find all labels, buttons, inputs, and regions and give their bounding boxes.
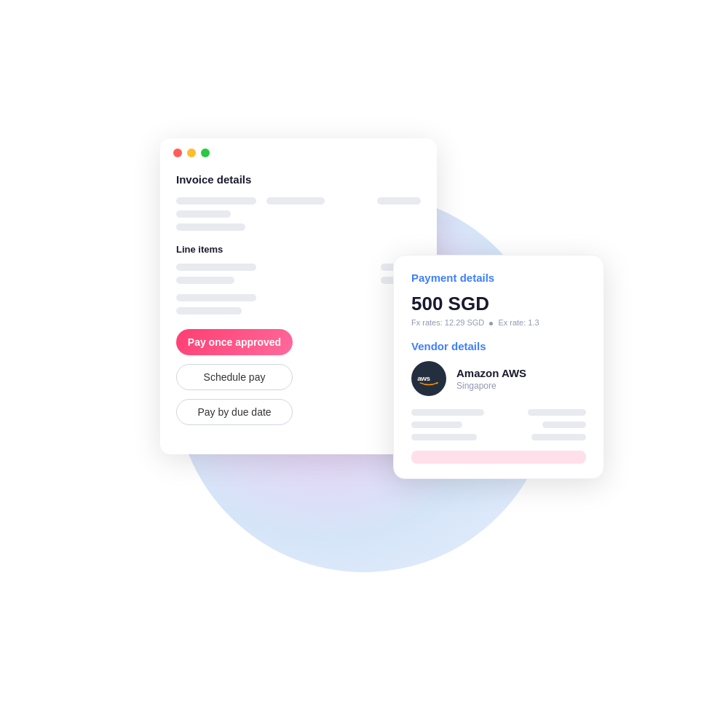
card-skeleton-block: [531, 434, 586, 440]
skeleton-row-6-container: [176, 294, 421, 314]
vendor-name: Amazon AWS: [456, 367, 526, 379]
skeleton-block: [176, 264, 256, 271]
vendor-logo: aws: [411, 361, 446, 396]
card-skeleton-row-2: [411, 422, 586, 428]
action-buttons: Pay once approved Schedule pay Pay by du…: [176, 329, 421, 425]
card-skeleton-block: [542, 422, 586, 428]
skeleton-row-1: [176, 197, 421, 205]
skeleton-row-2: [176, 210, 421, 218]
invoice-title: Invoice details: [176, 173, 421, 186]
dot-green: [201, 149, 210, 157]
card-skeleton-row-3: [411, 434, 586, 440]
vendor-row: aws Amazon AWS Singapore: [411, 361, 586, 396]
line-items-label: Line items: [176, 244, 421, 255]
pay-once-approved-button[interactable]: Pay once approved: [176, 329, 293, 355]
card-footer-bar: [411, 451, 586, 464]
skeleton-block: [377, 197, 421, 205]
card-skeleton-block: [411, 422, 462, 428]
skeleton-row-6: [176, 294, 421, 301]
vendor-info: Amazon AWS Singapore: [456, 367, 526, 391]
fx-rates-text: Fx rates: 12.29 SGD: [411, 318, 484, 327]
schedule-pay-button[interactable]: Schedule pay: [176, 364, 293, 390]
fx-dot: [489, 322, 493, 325]
skeleton-block: [266, 197, 325, 205]
card-skeleton-row-1: [411, 409, 586, 416]
dot-red: [173, 149, 182, 157]
skeleton-block: [176, 294, 256, 301]
card-skeleton-block: [528, 409, 586, 416]
ex-rate-text: Ex rate: 1.3: [498, 318, 539, 327]
skeleton-block: [176, 223, 245, 231]
vendor-location: Singapore: [456, 381, 526, 391]
skeleton-row-4: [176, 264, 421, 271]
card-skeleton-block: [411, 434, 477, 440]
skeleton-row-3: [176, 223, 421, 231]
window-titlebar: [160, 138, 437, 166]
dot-yellow: [187, 149, 196, 157]
skeleton-block: [176, 307, 242, 314]
payment-amount: 500 SGD: [411, 293, 586, 315]
vendor-details-title: Vendor details: [411, 340, 586, 352]
skeleton-row-7: [176, 307, 421, 314]
card-skeleton-section: [411, 409, 586, 440]
skeleton-row-5: [176, 277, 421, 284]
payment-details-title: Payment details: [411, 272, 586, 284]
payment-card: Payment details 500 SGD Fx rates: 12.29 …: [393, 255, 604, 479]
aws-logo-icon: aws: [416, 365, 442, 392]
skeleton-block: [176, 197, 256, 205]
svg-text:aws: aws: [417, 374, 430, 382]
fx-info: Fx rates: 12.29 SGD Ex rate: 1.3: [411, 318, 586, 327]
card-skeleton-block: [411, 409, 484, 416]
skeleton-block: [176, 210, 231, 218]
skeleton-block: [176, 277, 234, 284]
pay-by-due-date-button[interactable]: Pay by due date: [176, 399, 293, 425]
